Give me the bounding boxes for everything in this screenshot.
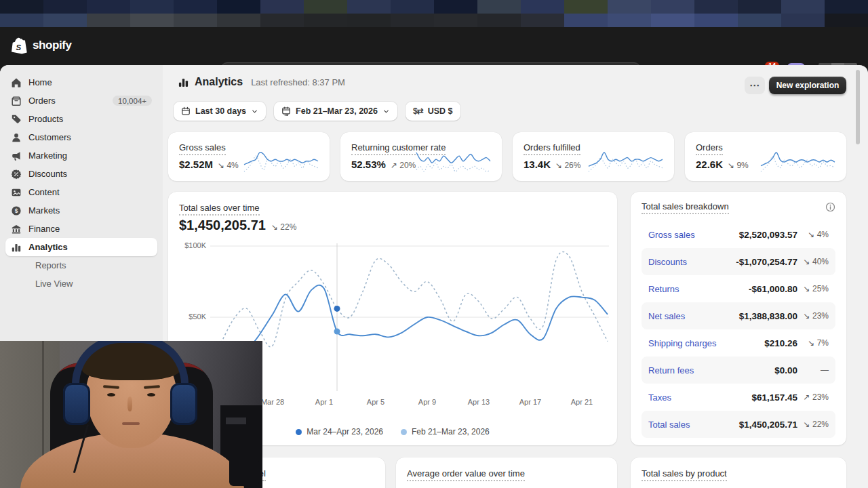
sidebar-item-label: Customers (28, 132, 71, 142)
filter-row: Last 30 daysFeb 21–Mar 23, 2026$⇄USD $ (174, 102, 460, 121)
sidebar-item-finance[interactable]: Finance (5, 220, 157, 238)
chrome-pixel (217, 0, 260, 14)
chart-title-link[interactable]: Total sales over time (179, 203, 260, 216)
metric-title-link[interactable]: Gross sales (179, 142, 226, 155)
person-eye (107, 393, 115, 396)
breakdown-title-link[interactable]: Total sales breakdown (642, 201, 729, 214)
new-exploration-button[interactable]: New exploration (769, 77, 846, 94)
metric-value: 52.53% (351, 159, 386, 170)
headphones-earcup-right (170, 383, 197, 425)
metric-title-link[interactable]: Orders fulfilled (524, 142, 580, 155)
breakdown-label-link[interactable]: Discounts (648, 257, 736, 267)
metric-delta: ↘ 9% (728, 161, 749, 170)
sidebar-item-reports[interactable]: Reports (5, 256, 157, 274)
sparkline-chart (587, 150, 665, 174)
sidebar-item-label: Discounts (28, 169, 67, 179)
chrome-pixel (781, 14, 825, 27)
sidebar-item-label: Analytics (28, 242, 68, 252)
sidebar-item-content[interactable]: Content (5, 183, 157, 201)
breakdown-row-net-sales: Net sales$1,388,838.00↘ 23% (642, 302, 835, 329)
chrome-pixel (434, 0, 477, 14)
breakdown-label-link[interactable]: Net sales (648, 311, 739, 321)
sidebar-item-home[interactable]: Home (5, 73, 157, 92)
filter-button-feb-21-mar-23-2026[interactable]: Feb 21–Mar 23, 2026 (274, 102, 397, 121)
home-icon (11, 77, 22, 88)
breakdown-delta: — (797, 365, 829, 375)
headphones-earcup-left (63, 383, 90, 425)
card-total-sales-by-product: Total sales by product (631, 458, 846, 488)
chrome-pixel (477, 0, 521, 14)
sparkline-chart (759, 150, 837, 174)
breakdown-row-return-fees: Return fees$0.00— (642, 357, 835, 384)
chrome-pixel (564, 14, 608, 27)
breakdown-label-link[interactable]: Gross sales (648, 230, 739, 240)
chrome-pixel (87, 0, 130, 14)
chrome-pixel (130, 14, 174, 27)
breakdown-label-link[interactable]: Return fees (648, 365, 774, 375)
chrome-pixel (87, 14, 130, 27)
chrome-pixel (304, 14, 347, 27)
calendar-compare-icon (281, 106, 291, 116)
sidebar-item-marketing[interactable]: Marketing (5, 146, 157, 165)
info-icon[interactable] (825, 202, 835, 212)
sidebar-item-label: Products (28, 114, 63, 124)
sparkline-chart (242, 150, 320, 174)
breakdown-label-link[interactable]: Returns (648, 284, 749, 294)
sidebar-item-live-view[interactable]: Live View (5, 274, 157, 293)
metric-value: 22.6K (696, 159, 723, 170)
chrome-pixel (130, 0, 174, 14)
chrome-pixel (260, 0, 304, 14)
sidebar-item-customers[interactable]: Customers (5, 128, 157, 146)
breakdown-label-link[interactable]: Taxes (648, 392, 751, 403)
scrollbar-thumb[interactable] (856, 70, 860, 144)
bottom-card-title-link[interactable]: Average order value over time (407, 468, 525, 481)
more-actions-button[interactable]: ⋯ (745, 77, 765, 94)
filter-button-usd[interactable]: $⇄USD $ (406, 102, 460, 121)
svg-text:$: $ (15, 207, 18, 214)
legend-item-feb-21-mar-23-2026[interactable]: Feb 21–Mar 23, 2026 (401, 427, 490, 436)
legend-label: Mar 24–Apr 23, 2026 (307, 427, 383, 436)
chrome-pixel (347, 0, 391, 14)
breakdown-delta: ↘ 22% (797, 420, 829, 429)
products-icon (11, 114, 22, 125)
sidebar-item-discounts[interactable]: Discounts (5, 165, 157, 183)
sidebar-item-analytics[interactable]: Analytics (5, 238, 157, 256)
chrome-pixel (477, 14, 521, 27)
nav-list: HomeOrders10,004+ProductsCustomersMarket… (0, 73, 163, 293)
breakdown-value: $1,388,838.00 (739, 311, 797, 321)
metric-value: $2.52M (179, 159, 213, 170)
bottom-card-title-link[interactable]: Total sales by product (642, 468, 727, 481)
breakdown-delta: ↘ 7% (797, 338, 829, 348)
metric-value: 13.4K (524, 159, 551, 170)
page-title: Analytics (195, 76, 243, 88)
legend-item-mar-24-apr-23-2026[interactable]: Mar 24–Apr 23, 2026 (296, 427, 383, 436)
breakdown-delta: ↘ 40% (797, 257, 829, 266)
metric-card-orders-fulfilled: Orders fulfilled13.4K↘ 26% (513, 132, 674, 181)
breakdown-label-link[interactable]: Shipping charges (648, 338, 764, 348)
chrome-pixel (781, 0, 825, 14)
breakdown-value: $0.00 (774, 365, 797, 375)
breakdown-value: -$61,000.80 (749, 284, 797, 294)
legend-dot (296, 429, 302, 435)
sidebar-item-orders[interactable]: Orders10,004+ (5, 92, 157, 110)
filter-button-last-30-days[interactable]: Last 30 days (174, 102, 266, 121)
headphones-band (72, 341, 189, 384)
sidebar-item-markets[interactable]: $Markets (5, 201, 157, 220)
card-average-order-value-over-time: Average order value over time$63.71 (396, 458, 617, 488)
chrome-pixel (391, 14, 434, 27)
chart-total-value: $1,450,205.71 (179, 218, 266, 233)
chrome-pixel (174, 14, 217, 27)
shopify-logo[interactable]: S shopify (11, 37, 72, 54)
breakdown-row-shipping-charges: Shipping charges$210.26↘ 7% (642, 329, 835, 357)
sidebar-item-products[interactable]: Products (5, 110, 157, 128)
orders-icon (11, 96, 22, 106)
breakdown-label-link[interactable]: Total sales (648, 420, 739, 430)
top-bar: S shopify ⌘K 14 (0, 27, 868, 65)
sidebar-item-label: Reports (35, 260, 66, 270)
x-tick-apr-17: Apr 17 (510, 398, 551, 406)
metric-title-link[interactable]: Orders (696, 142, 723, 155)
x-tick-apr-5: Apr 5 (355, 398, 396, 406)
calendar-icon (181, 106, 191, 116)
metric-delta: ↘ 4% (218, 161, 239, 170)
x-tick-apr-13: Apr 13 (458, 398, 499, 406)
